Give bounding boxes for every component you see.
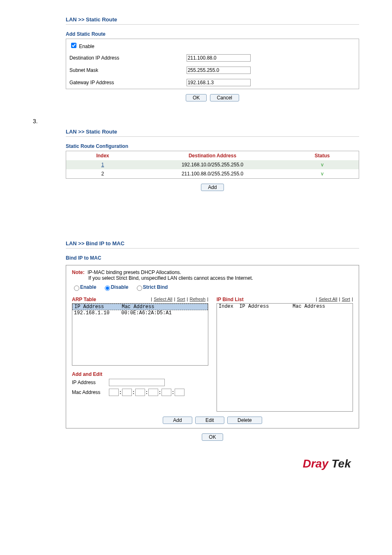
mac-address-label: Mac Address [72, 389, 109, 395]
subnet-mask-input[interactable] [187, 67, 251, 74]
ok-button-bind[interactable]: OK [202, 433, 223, 441]
mac-octet-1[interactable] [109, 389, 119, 396]
bind-sort-link[interactable]: Sort [342, 297, 350, 302]
add-route-button[interactable]: Add [201, 184, 224, 191]
strict-bind-radio[interactable] [137, 286, 142, 291]
enable-checkbox[interactable] [71, 43, 76, 48]
ip-address-input[interactable] [109, 379, 165, 386]
table-row: 2 211.100.88.0/255.255.255.0 v [66, 169, 359, 179]
arp-refresh-link[interactable]: Refresh [190, 297, 206, 302]
note-line2: If you select Strict Bind, unspecified L… [88, 275, 353, 281]
mac-octet-3[interactable] [135, 389, 145, 396]
col-dest: Destination Address [139, 151, 286, 161]
breadcrumb-bind-ip: LAN >> Bind IP to MAC [66, 240, 359, 249]
bind-ip-panel: Note: IP-MAC binding presets DHCP Alloca… [66, 265, 359, 428]
dest-ip-input[interactable] [187, 54, 251, 62]
route-index: 2 [66, 169, 139, 179]
add-button[interactable]: Add [163, 417, 192, 424]
arp-listbox[interactable]: IP Address Mac Address 192.168.1.10 00:0… [72, 303, 208, 366]
col-index: Index [66, 151, 139, 161]
note-label: Note: [72, 269, 85, 275]
dest-ip-label: Destination IP Address [66, 52, 183, 64]
bind-select-all-link[interactable]: Select All [319, 297, 337, 302]
mac-octet-2[interactable] [122, 389, 132, 396]
arp-table-links: | Select All | Sort | Refresh | [151, 297, 208, 302]
static-route-config-heading: Static Route Configuration [66, 143, 359, 149]
route-status-icon: v [286, 160, 359, 169]
enable-radio[interactable] [74, 286, 79, 291]
mode-radio-group: Enable Disable Strict Bind [72, 284, 353, 291]
delete-button[interactable]: Delete [227, 417, 262, 424]
breadcrumb-static-route-2: LAN >> Static Route [66, 129, 359, 137]
ip-bind-list-title: IP Bind List [217, 297, 244, 302]
arp-header-row: IP Address Mac Address [72, 304, 208, 310]
step-number: 3. [33, 118, 367, 124]
bind-ip-heading: Bind IP to MAC [66, 255, 359, 261]
breadcrumb-static-route: LAN >> Static Route [66, 16, 359, 25]
add-edit-title: Add and Edit [72, 371, 208, 377]
ip-address-label: IP Address [72, 380, 109, 385]
gateway-ip-label: Gateway IP Address [66, 76, 183, 89]
mac-octet-6[interactable] [175, 389, 184, 396]
table-row: 1 192.168.10.0/255.255.255.0 v [66, 160, 359, 169]
route-dest: 211.100.88.0/255.255.255.0 [139, 169, 286, 179]
arp-select-all-link[interactable]: Select All [154, 297, 172, 302]
route-index-link[interactable]: 1 [101, 162, 104, 168]
mac-octet-4[interactable] [148, 389, 158, 396]
route-dest: 192.168.10.0/255.255.255.0 [139, 160, 286, 169]
route-status-icon: v [286, 169, 359, 179]
cancel-button[interactable]: Cancel [210, 94, 239, 101]
arp-table-title: ARP Table [72, 297, 96, 302]
ip-bind-list-links: | Select All | Sort | [316, 297, 353, 302]
edit-button[interactable]: Edit [195, 417, 224, 424]
gateway-ip-input[interactable] [187, 79, 251, 86]
note-line1: IP-MAC binding presets DHCP Allocations. [88, 269, 181, 275]
mac-octet-5[interactable] [161, 389, 171, 396]
add-static-route-heading: Add Static Route [66, 31, 359, 37]
draytek-logo: Dray Tek [25, 457, 367, 470]
add-static-route-form: Enable Destination IP Address Subnet Mas… [66, 39, 359, 89]
static-route-table: Index Destination Address Status 1 192.1… [66, 151, 359, 179]
ip-bind-listbox[interactable]: Index IP Address Mac Address [217, 303, 353, 412]
subnet-mask-label: Subnet Mask [66, 64, 183, 76]
col-status: Status [286, 151, 359, 161]
bind-header-row: Index IP Address Mac Address [217, 304, 353, 309]
enable-label: Enable [79, 44, 94, 49]
disable-radio[interactable] [105, 286, 110, 291]
arp-sort-link[interactable]: Sort [177, 297, 185, 302]
arp-row[interactable]: 192.168.1.10 00:0E:A6:2A:D5:A1 [72, 310, 208, 316]
ok-button[interactable]: OK [186, 94, 207, 101]
